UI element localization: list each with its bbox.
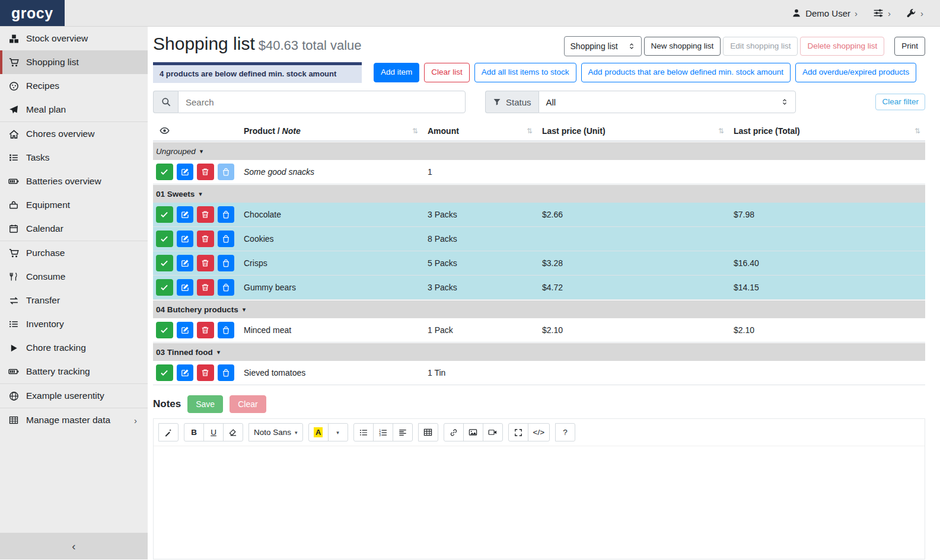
unordered-list-button[interactable] (353, 423, 374, 441)
add-item-button[interactable]: Add item (374, 63, 419, 82)
notes-editor[interactable] (154, 446, 925, 559)
add-to-stock-button[interactable] (218, 164, 235, 180)
add-to-stock-button[interactable] (218, 279, 235, 296)
delete-item-button[interactable] (197, 164, 214, 180)
group-header-03-tinned-food[interactable]: 03 Tinned food ▾ (153, 343, 925, 361)
delete-item-button[interactable] (197, 255, 214, 271)
save-notes-button[interactable]: Save (187, 395, 223, 413)
sidebar-item-label: Calendar (26, 223, 63, 234)
code-view-button[interactable]: </> (528, 423, 550, 441)
mark-done-button[interactable] (156, 364, 173, 381)
clear-notes-button[interactable]: Clear (230, 395, 266, 413)
toolbox-icon (8, 200, 20, 210)
sidebar-item-label: Inventory (26, 319, 64, 329)
sidebar-item-stock-overview[interactable]: Stock overview (0, 27, 148, 50)
user-menu[interactable]: Demo User › (792, 8, 858, 18)
sidebar-item-consume[interactable]: Consume (0, 265, 148, 289)
mark-done-button[interactable] (156, 164, 173, 180)
edit-shopping-list-button[interactable]: Edit shopping list (723, 37, 798, 56)
edit-item-button[interactable] (177, 231, 194, 247)
group-header-04-butchery-products[interactable]: 04 Butchery products ▾ (153, 300, 925, 318)
edit-item-button[interactable] (177, 164, 194, 180)
font-family-button[interactable]: Noto Sans ▾ (248, 423, 303, 441)
settings-menu[interactable]: › (873, 8, 891, 18)
edit-item-button[interactable] (177, 279, 194, 296)
sidebar-item-purchase[interactable]: Purchase (0, 241, 148, 265)
sidebar-item-battery-tracking[interactable]: Battery tracking (0, 360, 148, 383)
insert-table-button[interactable] (418, 423, 438, 441)
column-header-last-price-unit[interactable]: Last price (Unit) ⇅ (537, 121, 729, 140)
text-color-dropdown-button[interactable]: ▾ (328, 423, 348, 441)
paragraph-style-button[interactable] (158, 423, 179, 441)
insert-video-button[interactable] (483, 423, 503, 441)
sidebar-item-meal-plan[interactable]: Meal plan (0, 98, 148, 121)
ordered-list-button[interactable] (373, 423, 393, 441)
edit-item-button[interactable] (177, 206, 194, 223)
sidebar-item-label: Consume (26, 271, 65, 282)
delete-item-button[interactable] (197, 279, 214, 296)
mark-done-button[interactable] (156, 322, 173, 338)
print-button[interactable]: Print (894, 37, 925, 56)
delete-shopping-list-button[interactable]: Delete shopping list (800, 37, 884, 56)
edit-item-button[interactable] (177, 255, 194, 271)
clear-list-button[interactable]: Clear list (424, 63, 470, 82)
delete-item-button[interactable] (197, 206, 214, 223)
add-to-stock-button[interactable] (218, 206, 235, 223)
add-to-stock-button[interactable] (218, 364, 235, 381)
insert-picture-button[interactable] (463, 423, 483, 441)
sidebar-item-inventory[interactable]: Inventory (0, 312, 148, 336)
clear-formatting-button[interactable] (223, 423, 243, 441)
bold-button[interactable]: B (184, 423, 204, 441)
fullscreen-button[interactable] (508, 423, 528, 441)
admin-menu[interactable]: › (906, 8, 923, 18)
insert-link-button[interactable] (444, 423, 464, 441)
group-header-01-sweets[interactable]: 01 Sweets ▾ (153, 185, 925, 203)
sidebar-item-recipes[interactable]: Recipes (0, 74, 148, 98)
add-to-stock-button[interactable] (218, 322, 235, 338)
shopping-list-select[interactable]: Shopping list (564, 36, 642, 56)
user-icon (792, 8, 801, 18)
mark-done-button[interactable] (156, 206, 173, 223)
sidebar-item-batteries-overview[interactable]: Batteries overview (0, 169, 148, 193)
sidebar-item-manage-master-data[interactable]: Manage master data › (0, 408, 148, 432)
add-to-stock-button[interactable] (218, 255, 235, 271)
status-filter-select[interactable]: All (538, 91, 796, 113)
add-below-min-stock-button[interactable]: Add products that are below defined min.… (581, 63, 791, 82)
amount: 1 Tin (423, 368, 537, 377)
sidebar-item-tasks[interactable]: Tasks (0, 146, 148, 169)
clear-filter-button[interactable]: Clear filter (875, 94, 925, 110)
group-header-ungrouped[interactable]: Ungrouped ▾ (153, 142, 925, 160)
sidebar-item-equipment[interactable]: Equipment (0, 193, 148, 217)
amount: 3 Packs (423, 210, 537, 219)
text-color-button[interactable]: A (308, 423, 329, 441)
add-overdue-products-button[interactable]: Add overdue/expired products (795, 63, 916, 82)
sidebar-item-transfer[interactable]: Transfer (0, 289, 148, 312)
edit-item-button[interactable] (177, 364, 194, 381)
sidebar-item-chore-tracking[interactable]: Chore tracking (0, 336, 148, 360)
trash-icon (201, 210, 209, 219)
sidebar-collapse-toggle[interactable]: ‹ (0, 533, 148, 559)
mark-done-button[interactable] (156, 255, 173, 271)
app-logo[interactable]: grocy (0, 0, 65, 26)
help-button[interactable]: ? (555, 423, 575, 441)
add-to-stock-button[interactable] (218, 231, 235, 247)
sidebar-item-chores-overview[interactable]: Chores overview (0, 122, 148, 146)
column-header-amount[interactable]: Amount ⇅ (423, 121, 537, 140)
edit-item-button[interactable] (177, 322, 194, 338)
sidebar-item-shopping-list[interactable]: Shopping list (0, 50, 148, 74)
search-input[interactable] (178, 91, 466, 113)
product-name: Gummy bears (239, 283, 423, 292)
delete-item-button[interactable] (197, 322, 214, 338)
delete-item-button[interactable] (197, 364, 214, 381)
add-all-to-stock-button[interactable]: Add all list items to stock (474, 63, 576, 82)
column-header-product[interactable]: Product / Note ⇅ (239, 121, 423, 140)
mark-done-button[interactable] (156, 231, 173, 247)
new-shopping-list-button[interactable]: New shopping list (644, 37, 721, 56)
sidebar-item-calendar[interactable]: Calendar (0, 217, 148, 241)
underline-button[interactable]: U (203, 423, 224, 441)
mark-done-button[interactable] (156, 279, 173, 296)
paragraph-align-button[interactable] (393, 423, 413, 441)
sidebar-item-example-userentity[interactable]: Example userentity (0, 384, 148, 408)
delete-item-button[interactable] (197, 231, 214, 247)
column-header-last-price-total[interactable]: Last price (Total) ⇅ (729, 121, 925, 140)
